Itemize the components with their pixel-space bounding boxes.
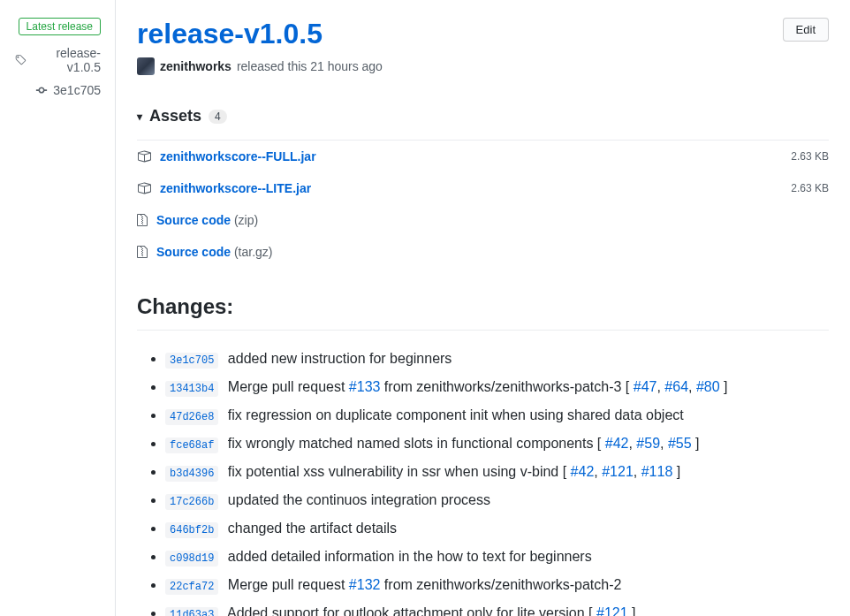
asset-size: 2.63 KB (791, 182, 829, 194)
package-icon (137, 181, 151, 195)
commit-sha[interactable]: 17c266b (165, 494, 218, 510)
sidebar-commit-row[interactable]: 3e1c705 (14, 83, 101, 97)
change-item: 11d63a3 Added support for outlook attach… (165, 599, 829, 616)
change-item: c098d19 added detailed information in th… (165, 543, 829, 571)
commit-icon (35, 84, 48, 96)
assets-toggle[interactable]: ▾ Assets 4 (137, 107, 829, 125)
divider (137, 330, 829, 331)
commit-sha[interactable]: fce68af (165, 437, 218, 453)
issue-link[interactable]: #121 (602, 464, 634, 479)
changes-list: 3e1c705 added new instruction for beginn… (137, 345, 829, 616)
changes-heading: Changes: (137, 294, 829, 319)
file-zip-icon (137, 213, 148, 227)
issue-link[interactable]: #118 (641, 464, 673, 479)
change-item: b3d4396 fix potential xss vulnerability … (165, 458, 829, 486)
release-main: release-v1.0.5 Edit zenithworks released… (116, 0, 850, 616)
latest-release-badge: Latest release (19, 18, 101, 35)
commit-sha[interactable]: 22cfa72 (165, 579, 218, 595)
asset-row: zenithworkscore--FULL.jar2.63 KB (137, 141, 829, 172)
file-zip-icon (137, 245, 148, 259)
commit-sha[interactable]: 3e1c705 (165, 353, 218, 369)
package-icon (137, 149, 151, 164)
sidebar-commit-text: 3e1c705 (53, 83, 101, 97)
asset-row: Source code (tar.gz) (137, 236, 829, 268)
byline-text: released this 21 hours ago (237, 59, 383, 73)
issue-link[interactable]: #42 (571, 464, 595, 479)
commit-sha[interactable]: 11d63a3 (165, 607, 218, 616)
commit-sha[interactable]: 13413b4 (165, 381, 218, 397)
commit-sha[interactable]: 47d26e8 (165, 409, 218, 425)
asset-size: 2.63 KB (791, 150, 829, 163)
issue-link[interactable]: #47 (634, 379, 657, 394)
release-byline: zenithworks released this 21 hours ago (137, 57, 829, 75)
edit-button[interactable]: Edit (783, 18, 829, 42)
asset-link[interactable]: Source code (zip) (156, 213, 258, 227)
change-item: 22cfa72 Merge pull request #132 from zen… (165, 571, 829, 599)
commit-sha[interactable]: 646bf2b (165, 522, 218, 538)
tag-icon (14, 54, 27, 66)
sidebar-tag-text: release-v1.0.5 (32, 46, 101, 74)
pr-link[interactable]: #133 (349, 379, 381, 394)
commit-sha[interactable]: c098d19 (165, 551, 218, 567)
release-sidebar: Latest release release-v1.0.5 3e1c705 (0, 0, 116, 616)
chevron-down-icon: ▾ (137, 110, 142, 123)
issue-link[interactable]: #55 (668, 436, 692, 451)
change-item: 47d26e8 fix regression on duplicate comp… (165, 401, 829, 430)
issue-link[interactable]: #42 (605, 436, 629, 451)
release-title[interactable]: release-v1.0.5 (137, 18, 323, 50)
asset-row: Source code (zip) (137, 204, 829, 236)
asset-link[interactable]: zenithworkscore--FULL.jar (160, 149, 316, 164)
change-item: fce68af fix wrongly matched named slots … (165, 430, 829, 458)
assets-label: Assets (149, 107, 201, 125)
change-item: 646bf2b changed the artifact details (165, 514, 829, 543)
avatar[interactable] (137, 57, 155, 75)
assets-count-badge: 4 (209, 110, 227, 124)
pr-link[interactable]: #132 (349, 577, 381, 592)
issue-link[interactable]: #59 (636, 436, 660, 451)
change-item: 13413b4 Merge pull request #133 from zen… (165, 373, 829, 401)
author-name[interactable]: zenithworks (160, 59, 231, 73)
issue-link[interactable]: #121 (596, 605, 628, 616)
asset-link[interactable]: zenithworkscore--LITE.jar (160, 181, 311, 195)
change-item: 3e1c705 added new instruction for beginn… (165, 345, 829, 373)
asset-link[interactable]: Source code (tar.gz) (156, 245, 273, 259)
asset-row: zenithworkscore--LITE.jar2.63 KB (137, 172, 829, 204)
commit-sha[interactable]: b3d4396 (165, 466, 218, 482)
issue-link[interactable]: #64 (664, 379, 688, 394)
issue-link[interactable]: #80 (696, 379, 720, 394)
sidebar-tag-row[interactable]: release-v1.0.5 (14, 46, 101, 74)
change-item: 17c266b updated the continuos integratio… (165, 486, 829, 514)
assets-list: zenithworkscore--FULL.jar2.63 KBzenithwo… (137, 140, 829, 268)
